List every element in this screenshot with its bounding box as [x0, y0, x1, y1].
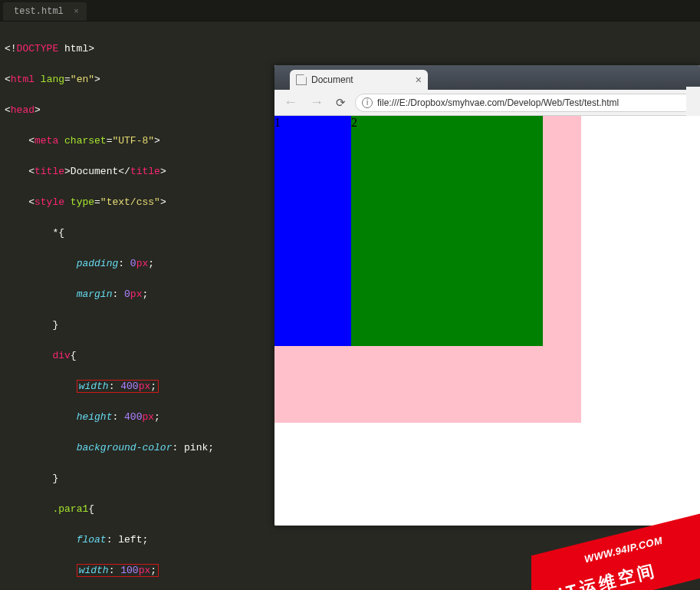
info-icon[interactable]: i [362, 97, 373, 108]
reload-button[interactable]: ⟳ [333, 96, 349, 110]
rendered-para2: 2 [351, 116, 543, 346]
browser-window: Document × ← → ⟳ i file:///E:/Dropbox/sm… [274, 65, 700, 526]
rendered-div: 1 2 [274, 116, 581, 423]
browser-tabstrip: Document × [274, 65, 700, 90]
url-text: file:///E:/Dropbox/smyhvae.com/Develop/W… [377, 97, 619, 108]
rendered-para1: 1 [274, 116, 351, 346]
editor-tabbar: test.html × [0, 0, 700, 21]
url-bar[interactable]: i file:///E:/Dropbox/smyhvae.com/Develop… [355, 94, 694, 112]
editor-tab-label: test.html [14, 6, 64, 17]
browser-toolbar: ← → ⟳ i file:///E:/Dropbox/smyhvae.com/D… [274, 90, 700, 116]
forward-button[interactable]: → [307, 94, 327, 110]
browser-tab[interactable]: Document × [290, 70, 428, 90]
editor-tab[interactable]: test.html × [3, 2, 87, 21]
back-button[interactable]: ← [281, 94, 301, 110]
browser-tab-title: Document [311, 74, 353, 85]
file-icon [296, 74, 307, 85]
close-icon[interactable]: × [416, 74, 422, 86]
close-icon[interactable]: × [74, 7, 79, 16]
highlight-para1-width: width: 100px; [77, 564, 159, 577]
highlight-div-width: width: 400px; [77, 380, 159, 393]
browser-viewport: 1 2 [274, 116, 700, 526]
watermark: WWW.94IP.COM IT运维空间 [531, 506, 700, 590]
